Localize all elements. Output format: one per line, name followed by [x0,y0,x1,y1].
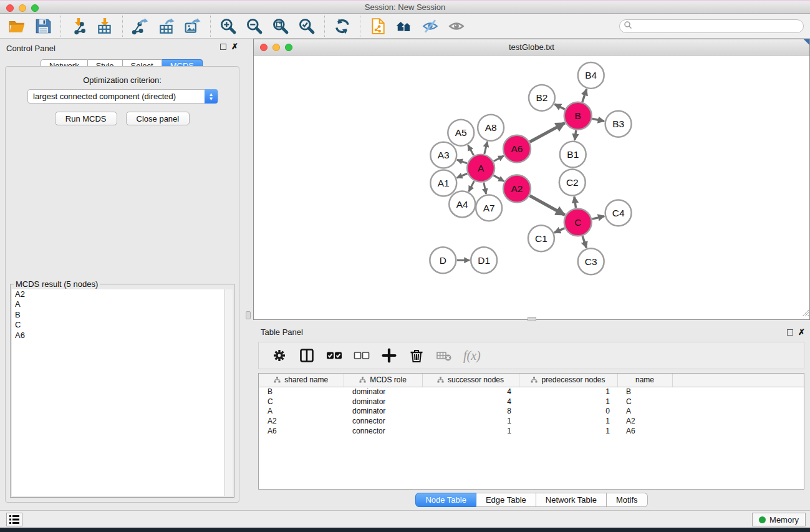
select-columns-button[interactable] [299,347,315,364]
table-cell[interactable]: 1 [519,397,617,407]
graph-node-A1[interactable]: A1 [430,170,456,196]
detach-view-icon[interactable] [804,39,809,45]
mcds-result-item[interactable]: A2 [12,289,224,299]
hide-details-button[interactable] [417,15,443,37]
table-row[interactable]: Adominator80A [259,406,804,416]
refresh-view-button[interactable] [329,15,355,37]
import-network-button[interactable] [65,15,92,37]
column-header-MCDS-role[interactable]: MCDS role [344,374,422,387]
maximize-view-button[interactable] [285,44,292,51]
graph-edge-A6-B[interactable] [530,123,565,142]
open-file-button[interactable] [4,15,30,37]
window-resize-grip[interactable] [801,307,809,319]
import-table-button[interactable] [92,15,118,37]
mcds-result-item[interactable]: A6 [12,331,224,341]
graph-node-A4[interactable]: A4 [449,191,475,217]
table-settings-button[interactable] [271,347,287,364]
table-row[interactable]: Bdominator41B [259,387,804,397]
mcds-result-item[interactable]: A [12,299,224,309]
task-history-button[interactable] [6,513,22,526]
table-row[interactable]: A6connector11A6 [259,426,804,436]
table-cell[interactable]: A2 [259,416,344,426]
table-cell[interactable]: B [617,387,672,397]
mcds-result-item[interactable]: C [12,320,224,330]
close-table-panel-icon[interactable]: ✗ [798,329,805,336]
table-cell[interactable]: A2 [617,416,672,426]
export-table-button[interactable] [153,15,180,37]
graph-node-A7[interactable]: A7 [476,195,502,221]
table-cell[interactable] [672,416,804,426]
column-header-predecessor-nodes[interactable]: predecessor nodes [519,374,617,387]
graph-node-C[interactable]: C [564,208,592,236]
create-column-button[interactable] [381,347,397,364]
table-cell[interactable]: 1 [519,416,617,426]
show-details-button[interactable] [443,15,470,37]
table-cell[interactable]: A [617,406,672,416]
table-cell[interactable] [672,387,804,397]
search-input[interactable] [632,21,803,32]
table-row[interactable]: Cdominator41C [259,397,804,407]
graph-edge-A-A2[interactable] [493,175,504,181]
graph-node-D1[interactable]: D1 [471,247,497,273]
graph-node-C3[interactable]: C3 [578,248,604,274]
close-panel-button[interactable]: Close panel [126,112,190,125]
table-cell[interactable]: A [259,406,344,416]
column-header-name[interactable]: name [617,374,672,387]
table-cell[interactable]: 1 [519,387,617,397]
graph-edge-A-A5[interactable] [468,145,473,155]
home-button[interactable] [391,15,417,37]
graph-edge-C-C3[interactable] [582,236,586,248]
table-cell[interactable]: connector [344,416,422,426]
graph-node-A3[interactable]: A3 [430,142,456,168]
graph-edge-A2-C[interactable] [530,196,565,215]
zoom-fit-button[interactable] [268,15,294,37]
table-cell[interactable]: dominator [344,387,422,397]
graph-node-A6[interactable]: A6 [503,135,531,163]
run-mcds-button[interactable]: Run MCDS [55,112,117,125]
table-cell[interactable]: C [259,397,344,407]
graph-node-D[interactable]: D [430,247,456,273]
delete-columns-button[interactable] [408,347,425,364]
minimize-window-button[interactable] [19,4,26,12]
table-cell[interactable]: 1 [422,426,519,436]
zoom-out-button[interactable] [241,15,268,37]
graph-node-A8[interactable]: A8 [478,115,504,141]
table-cell[interactable]: dominator [344,406,422,416]
graph-edge-C-C1[interactable] [554,228,564,233]
horizontal-splitter-grip[interactable] [528,317,536,321]
show-all-columns-button[interactable] [326,347,342,364]
network-window-titlebar[interactable]: testGlobe.txt [254,39,809,56]
graph-edge-C-C4[interactable] [592,216,605,219]
export-network-button[interactable] [127,15,153,37]
mcds-list-scrollbar[interactable] [224,289,233,496]
zoom-in-button[interactable] [215,15,241,37]
close-window-button[interactable] [6,4,14,12]
mcds-result-list[interactable]: A2ABCA6 [12,289,224,496]
graph-edge-A-A8[interactable] [485,142,488,154]
float-panel-icon[interactable] [220,44,226,50]
close-view-button[interactable] [260,44,268,51]
mcds-result-item[interactable]: B [12,310,224,320]
graph-edge-B-B3[interactable] [592,118,604,121]
graph-node-B[interactable]: B [564,102,592,130]
table-row[interactable]: A2connector11A2 [259,416,804,426]
table-cell[interactable] [672,406,804,416]
graph-edge-A-A4[interactable] [469,181,475,191]
zoom-selected-button[interactable] [294,15,320,37]
graph-node-A5[interactable]: A5 [448,120,474,146]
graph-node-B2[interactable]: B2 [529,85,555,111]
minimize-view-button[interactable] [272,44,280,51]
graph-edge-A-A6[interactable] [494,156,504,162]
table-cell[interactable]: 8 [422,406,519,416]
column-header-successor-nodes[interactable]: successor nodes [422,374,519,387]
graph-node-C1[interactable]: C1 [528,225,554,251]
table-cell[interactable]: 4 [422,387,519,397]
graph-edge-A-A3[interactable] [457,160,467,163]
graph-node-B4[interactable]: B4 [578,62,604,89]
table-cell[interactable]: A6 [259,426,344,436]
table-cell[interactable]: A6 [617,426,672,436]
criterion-select[interactable]: largest connected component (directed) ▲… [27,89,218,104]
hide-all-columns-button[interactable] [354,347,370,364]
tab-edge-table[interactable]: Edge Table [476,493,536,507]
table-cell[interactable] [672,397,804,407]
